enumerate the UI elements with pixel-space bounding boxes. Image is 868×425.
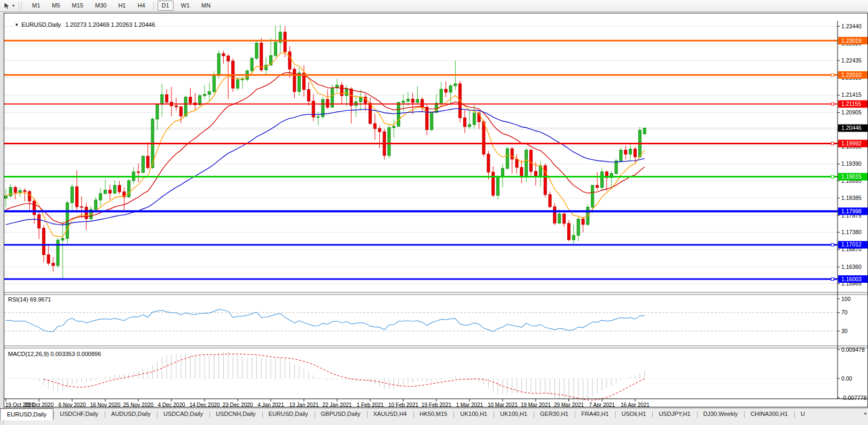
timeframe-button-m1[interactable]: M1 bbox=[28, 1, 44, 11]
toolbar-grip[interactable] bbox=[19, 2, 22, 10]
svg-text:19 Mar 2021: 19 Mar 2021 bbox=[521, 402, 551, 407]
symbol-tab-audusd-daily[interactable]: AUDUSD,Daily bbox=[105, 408, 157, 420]
chart-cursor-tool-icon[interactable] bbox=[2, 2, 12, 10]
price-chart-canvas[interactable]: 1.234401.229301.224351.219251.214151.209… bbox=[4, 13, 867, 407]
symbol-tab-xauusd-h4[interactable]: XAUUSD,H4 bbox=[367, 408, 413, 420]
svg-text:1.16360: 1.16360 bbox=[841, 264, 862, 270]
svg-text:6 Nov 2020: 6 Nov 2020 bbox=[58, 402, 86, 407]
svg-text:-0.007778: -0.007778 bbox=[841, 395, 866, 401]
symbol-tab-fra40-h1[interactable]: FRA40,H1 bbox=[575, 408, 615, 420]
svg-text:4 Jan 2021: 4 Jan 2021 bbox=[257, 402, 284, 407]
ma-fast-line bbox=[6, 53, 645, 237]
symbol-tab-u[interactable]: U bbox=[794, 408, 811, 420]
symbol-tab-gbpusd-daily[interactable]: GBPUSD,Daily bbox=[315, 408, 367, 420]
symbol-tab-usoil-h1[interactable]: USOil,H1 bbox=[615, 408, 653, 420]
hline-handle bbox=[831, 175, 834, 178]
chart-title: ▼EURUSD,Daily1.20273 1.20469 1.20263 1.2… bbox=[8, 15, 155, 34]
candles-layer bbox=[5, 25, 646, 278]
horizontal-lines-layer[interactable] bbox=[4, 41, 838, 280]
svg-text:1.22010: 1.22010 bbox=[841, 72, 862, 78]
price-tags: 1.230191.220101.211551.204461.199921.190… bbox=[838, 37, 867, 283]
svg-text:1.21415: 1.21415 bbox=[841, 91, 862, 98]
svg-text:7 Apr 2021: 7 Apr 2021 bbox=[589, 402, 615, 407]
symbol-tab-china300-h1[interactable]: CHINA300,H1 bbox=[744, 408, 794, 420]
svg-text:1.17380: 1.17380 bbox=[841, 229, 862, 235]
symbol-tab-uk100-h1[interactable]: UK100,H1 bbox=[494, 408, 534, 420]
svg-text:1.23019: 1.23019 bbox=[841, 37, 862, 44]
svg-text:1.17998: 1.17998 bbox=[841, 208, 862, 214]
chart-symbol-period: EURUSD,Daily bbox=[21, 21, 61, 28]
chart-window: ▼EURUSD,Daily1.20273 1.20469 1.20263 1.2… bbox=[4, 13, 868, 407]
tab-scroll-right-icon[interactable]: ▸ bbox=[864, 411, 867, 416]
symbol-tab-usdjpy-h1[interactable]: USDJPY,H1 bbox=[652, 408, 697, 420]
svg-text:23 Dec 2020: 23 Dec 2020 bbox=[223, 402, 253, 407]
svg-text:1.20446: 1.20446 bbox=[841, 125, 862, 131]
hline-handle bbox=[831, 243, 834, 246]
time-axis: 19 Oct 202028 Oct 20206 Nov 202016 Nov 2… bbox=[4, 399, 867, 407]
timeframe-button-m30[interactable]: M30 bbox=[91, 1, 111, 11]
svg-text:1.22435: 1.22435 bbox=[841, 57, 862, 64]
timeframe-button-w1[interactable]: W1 bbox=[177, 1, 194, 11]
svg-text:1.20905: 1.20905 bbox=[841, 109, 862, 115]
chevron-down-icon[interactable]: ▾ bbox=[12, 3, 14, 8]
top-toolbar: ▾ M1M5M15M30H1H4D1W1MN bbox=[0, 0, 868, 12]
window-menu-caret-icon[interactable]: ▼ bbox=[14, 22, 19, 27]
timeframe-button-d1[interactable]: D1 bbox=[158, 1, 174, 11]
symbol-tab-uk100-h1[interactable]: UK100,H1 bbox=[453, 408, 494, 420]
svg-text:1.18385: 1.18385 bbox=[841, 195, 862, 201]
timeframe-button-m5[interactable]: M5 bbox=[48, 1, 64, 11]
mt4-terminal: { "icons": { "title_caret": "▼", "dropdo… bbox=[0, 0, 868, 425]
symbol-tab-hk50-m15[interactable]: HK50,M15 bbox=[413, 408, 454, 420]
symbol-tabbar: EURUSD,DailyUSDCHF,DailyAUDUSD,DailyUSDC… bbox=[0, 408, 868, 420]
symbol-tab-eurusd-daily[interactable]: EURUSD,Daily bbox=[262, 408, 315, 420]
hline-handle bbox=[831, 103, 834, 105]
svg-text:1.17012: 1.17012 bbox=[841, 241, 862, 248]
svg-text:13 Jan 2021: 13 Jan 2021 bbox=[289, 402, 318, 407]
symbol-tab-usdcad-daily[interactable]: USDCAD,Daily bbox=[157, 408, 209, 420]
timeframe-button-m15[interactable]: M15 bbox=[68, 1, 88, 11]
macd-pane: 0.0094780.00-0.007778 bbox=[4, 346, 866, 403]
pane-splitters[interactable] bbox=[4, 292, 867, 348]
svg-text:1 Mar 2021: 1 Mar 2021 bbox=[456, 402, 483, 407]
svg-text:70: 70 bbox=[841, 309, 848, 315]
symbol-tab-dj30-weekly[interactable]: DJ30,Weekly bbox=[697, 408, 745, 420]
symbol-tab-ger30-h1[interactable]: GER30,H1 bbox=[534, 408, 575, 420]
svg-text:1.19015: 1.19015 bbox=[841, 173, 862, 180]
svg-text:1 Feb 2021: 1 Feb 2021 bbox=[357, 402, 384, 407]
hline-handle bbox=[831, 278, 834, 281]
symbol-tab-usdchf-daily[interactable]: USDCHF,Daily bbox=[53, 408, 105, 420]
svg-text:1.23440: 1.23440 bbox=[841, 23, 862, 29]
chart-ohlc-values: 1.20273 1.20469 1.20263 1.20446 bbox=[65, 21, 155, 28]
svg-text:1.19992: 1.19992 bbox=[841, 140, 862, 146]
svg-text:1.16003: 1.16003 bbox=[841, 276, 862, 282]
svg-text:19 Feb 2021: 19 Feb 2021 bbox=[421, 402, 452, 407]
svg-text:0.009478: 0.009478 bbox=[841, 346, 865, 353]
hline-handle bbox=[831, 142, 834, 145]
timeframe-buttons: M1M5M15M30H1H4D1W1MN bbox=[26, 1, 216, 11]
svg-text:22 Jan 2021: 22 Jan 2021 bbox=[322, 402, 351, 407]
svg-text:4 Dec 2020: 4 Dec 2020 bbox=[158, 402, 185, 407]
toolbar-separator bbox=[153, 2, 154, 10]
svg-text:10 Feb 2021: 10 Feb 2021 bbox=[388, 402, 419, 407]
macd-indicator-label: MACD(12,26,9) 0.003353 0.000896 bbox=[8, 351, 101, 357]
svg-text:100: 100 bbox=[841, 296, 851, 302]
hline-handle bbox=[831, 74, 834, 76]
svg-text:10 Mar 2021: 10 Mar 2021 bbox=[488, 402, 518, 407]
ma-slow-line bbox=[6, 109, 645, 225]
svg-text:1.19390: 1.19390 bbox=[841, 160, 862, 167]
svg-text:16 Nov 2020: 16 Nov 2020 bbox=[90, 402, 121, 407]
rsi-pane: 1007030 bbox=[4, 296, 851, 334]
svg-text:16 Apr 2021: 16 Apr 2021 bbox=[621, 402, 650, 407]
timeframe-button-mn[interactable]: MN bbox=[197, 1, 215, 11]
svg-text:29 Mar 2021: 29 Mar 2021 bbox=[554, 402, 584, 407]
svg-text:28 Oct 2020: 28 Oct 2020 bbox=[25, 402, 54, 407]
svg-text:30: 30 bbox=[841, 328, 848, 334]
timeframe-button-h4[interactable]: H4 bbox=[133, 1, 149, 11]
svg-text:25 Nov 2020: 25 Nov 2020 bbox=[123, 402, 154, 407]
rsi-indicator-label: RSI(14) 69.9671 bbox=[8, 296, 51, 303]
svg-text:14 Dec 2020: 14 Dec 2020 bbox=[190, 402, 220, 407]
symbol-tab-eurusd-daily[interactable]: EURUSD,Daily bbox=[0, 408, 53, 420]
symbol-tab-usdcnh-daily[interactable]: USDCNH,Daily bbox=[209, 408, 262, 420]
timeframe-button-h1[interactable]: H1 bbox=[114, 1, 130, 11]
svg-text:0.00: 0.00 bbox=[841, 375, 853, 382]
